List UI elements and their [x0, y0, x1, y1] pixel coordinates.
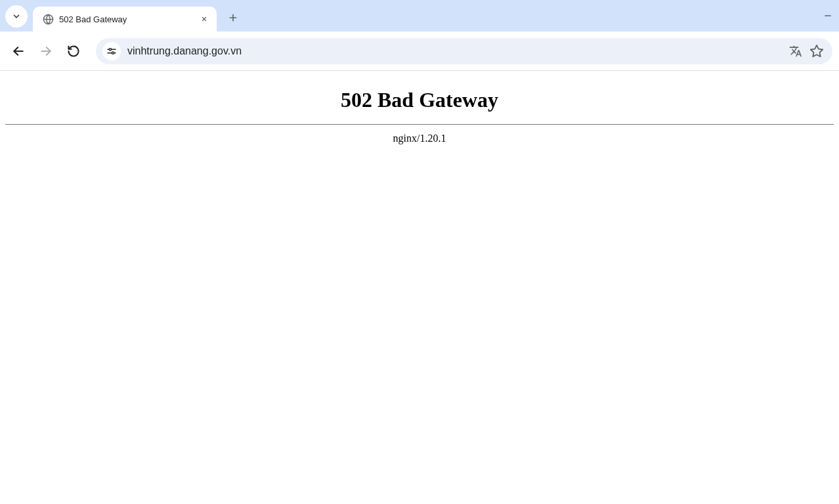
star-icon	[809, 44, 824, 58]
reload-button[interactable]	[62, 39, 85, 63]
tune-icon	[106, 46, 117, 56]
chevron-down-icon	[12, 12, 21, 21]
window-controls	[822, 0, 834, 32]
forward-button[interactable]	[34, 39, 58, 63]
minimize-button[interactable]	[822, 10, 834, 22]
back-button[interactable]	[7, 39, 30, 63]
divider	[5, 124, 834, 125]
browser-tab[interactable]: 502 Bad Gateway	[33, 7, 217, 32]
tab-title: 502 Bad Gateway	[59, 14, 198, 24]
plus-icon	[228, 12, 238, 23]
site-info-button[interactable]	[102, 42, 121, 60]
search-tabs-button[interactable]	[5, 5, 28, 28]
reload-icon	[67, 45, 80, 58]
svg-marker-13	[811, 45, 823, 56]
browser-chrome: 502 Bad Gateway vinhtrung.dana	[0, 0, 839, 71]
tab-strip: 502 Bad Gateway	[0, 0, 839, 32]
close-tab-button[interactable]	[198, 13, 210, 25]
arrow-left-icon	[12, 45, 25, 58]
address-bar[interactable]: vinhtrung.danang.gov.vn	[96, 38, 832, 64]
bookmark-button[interactable]	[807, 42, 826, 60]
translate-icon	[789, 45, 802, 58]
new-tab-button[interactable]	[223, 8, 243, 28]
close-icon	[201, 16, 207, 22]
page-content: 502 Bad Gateway nginx/1.20.1	[0, 71, 839, 150]
arrow-right-icon	[39, 45, 53, 58]
browser-toolbar: vinhtrung.danang.gov.vn	[0, 32, 839, 71]
minimize-icon	[823, 11, 832, 20]
globe-icon	[42, 13, 54, 25]
error-heading: 502 Bad Gateway	[5, 88, 834, 112]
server-info: nginx/1.20.1	[5, 133, 834, 144]
svg-point-10	[109, 48, 111, 50]
url-text: vinhtrung.danang.gov.vn	[127, 45, 784, 57]
svg-point-12	[112, 52, 114, 54]
translate-button[interactable]	[786, 42, 805, 60]
